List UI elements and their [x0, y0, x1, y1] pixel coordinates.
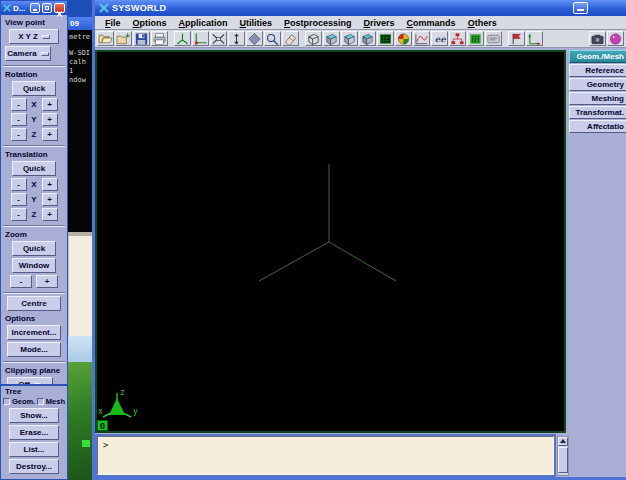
- solid-box-icon[interactable]: [359, 31, 376, 46]
- panel-button-affectation[interactable]: Affectatio: [569, 120, 626, 133]
- translate-y-plus-button[interactable]: +: [42, 193, 58, 206]
- curve-plot-icon[interactable]: [413, 31, 430, 46]
- rotate-z-plus-button[interactable]: +: [42, 128, 58, 141]
- save-icon[interactable]: [133, 31, 150, 46]
- rotate-y-minus-button[interactable]: -: [11, 113, 27, 126]
- svg-text:ee: ee: [435, 33, 446, 43]
- menu-postprocessing[interactable]: Postprocessing: [278, 18, 358, 28]
- command-scrollbar[interactable]: [557, 436, 569, 476]
- dialog-titlebar[interactable]: D...: [1, 1, 67, 15]
- fit-view-icon[interactable]: [210, 31, 227, 46]
- rotate-x-plus-button[interactable]: +: [42, 98, 58, 111]
- separator: [3, 145, 65, 147]
- background-window-edge: [68, 0, 92, 17]
- menu-commands[interactable]: Commands: [401, 18, 462, 28]
- scroll-thumb[interactable]: [558, 447, 568, 473]
- command-input[interactable]: >: [97, 436, 554, 475]
- dark-grid-box-icon[interactable]: [377, 31, 394, 46]
- rotate-z-minus-button[interactable]: -: [11, 128, 27, 141]
- solid-box-icon[interactable]: [323, 31, 340, 46]
- minimize-button[interactable]: [30, 3, 40, 13]
- geom-checkbox-label: Geom.: [12, 397, 35, 406]
- menu-others[interactable]: Others: [462, 18, 503, 28]
- mode-button[interactable]: Mode...: [7, 342, 61, 357]
- zoom-vertical-icon[interactable]: [228, 31, 245, 46]
- menu-options[interactable]: Options: [127, 18, 173, 28]
- translation-y-row: - Y +: [1, 193, 67, 206]
- hierarchy-tree-icon[interactable]: [449, 31, 466, 46]
- material-sphere-icon[interactable]: [395, 31, 412, 46]
- camera-button-label: Camera: [7, 49, 36, 58]
- mesh-grid-icon[interactable]: [467, 31, 484, 46]
- import-icon[interactable]: [115, 31, 132, 46]
- flag-icon[interactable]: [508, 31, 525, 46]
- axis-label: Y: [31, 195, 38, 204]
- rotation-label: Rotation: [5, 70, 67, 79]
- axes-icon[interactable]: [174, 31, 191, 46]
- tree-list-button[interactable]: List...: [9, 442, 59, 457]
- zoom-icon[interactable]: [264, 31, 281, 46]
- xyz-viewpoint-button[interactable]: X Y Z: [9, 29, 59, 44]
- centre-button[interactable]: Centre: [7, 296, 61, 311]
- erase-icon[interactable]: [282, 31, 299, 46]
- panel-button-reference[interactable]: Reference: [569, 64, 626, 77]
- print-icon[interactable]: [151, 31, 168, 46]
- panel-button-transformation[interactable]: Transformat.: [569, 106, 626, 119]
- titlebar[interactable]: SYSWORLD: [95, 0, 626, 16]
- console-line: W-SDI: [69, 49, 92, 58]
- dialog-title: D...: [13, 4, 28, 13]
- zoom-quick-button[interactable]: Quick: [12, 241, 56, 256]
- rotate-y-plus-button[interactable]: +: [42, 113, 58, 126]
- mesh-checkbox[interactable]: Mesh: [37, 397, 65, 406]
- window-title: SYSWORLD: [112, 3, 166, 13]
- close-button[interactable]: [54, 3, 65, 13]
- increment-button[interactable]: Increment...: [7, 325, 61, 340]
- camera-button[interactable]: Camera: [5, 46, 51, 61]
- maximize-button[interactable]: [42, 3, 52, 13]
- open-icon[interactable]: [97, 31, 114, 46]
- translate-z-plus-button[interactable]: +: [42, 208, 58, 221]
- translation-label: Translation: [5, 150, 67, 159]
- x11-logo-icon: [3, 4, 11, 12]
- menu-drivers[interactable]: Drivers: [358, 18, 401, 28]
- option-menu-indicator-icon: [41, 52, 49, 56]
- separator: [3, 65, 65, 67]
- translation-quick-button[interactable]: Quick: [12, 161, 56, 176]
- zoom-in-button[interactable]: +: [36, 275, 58, 288]
- menu-utilities[interactable]: Utilities: [234, 18, 279, 28]
- panel-button-geometry[interactable]: Geometry: [569, 78, 626, 91]
- zoom-window-button[interactable]: Window: [12, 258, 56, 273]
- info-panel-icon[interactable]: [485, 31, 502, 46]
- tree-erase-button[interactable]: Erase...: [9, 425, 59, 440]
- panel-button-meshing[interactable]: Meshing: [569, 92, 626, 105]
- axis-marker-icon[interactable]: [526, 31, 543, 46]
- corner-axes-icon[interactable]: [192, 31, 209, 46]
- minimize-button[interactable]: [573, 2, 588, 14]
- translation-z-row: - Z +: [1, 208, 67, 221]
- rotate-x-minus-button[interactable]: -: [11, 98, 27, 111]
- translate-x-plus-button[interactable]: +: [42, 178, 58, 191]
- translate-x-minus-button[interactable]: -: [11, 178, 27, 191]
- menu-application[interactable]: Application: [173, 18, 234, 28]
- display-text-icon[interactable]: ee: [431, 31, 448, 46]
- graphics-viewport[interactable]: x y z 0: [95, 50, 566, 433]
- tree-destroy-button[interactable]: Destroy...: [9, 459, 59, 474]
- menu-file[interactable]: File: [99, 18, 127, 28]
- translate-y-minus-button[interactable]: -: [11, 193, 27, 206]
- zoom-out-button[interactable]: -: [10, 275, 32, 288]
- translate-z-minus-button[interactable]: -: [11, 208, 27, 221]
- panel-button-geom-mesh[interactable]: Geom./Mesh: [569, 50, 626, 63]
- console-line: 1: [69, 67, 92, 76]
- clipping-plane-toggle[interactable]: Off: [7, 377, 53, 385]
- geom-checkbox[interactable]: Geom.: [3, 397, 35, 406]
- tree-show-button[interactable]: Show...: [9, 408, 59, 423]
- scroll-up-icon[interactable]: [558, 437, 568, 446]
- solid-box-icon[interactable]: [341, 31, 358, 46]
- console-line: ndow: [69, 76, 92, 85]
- palette-icon[interactable]: [607, 31, 624, 46]
- wireframe-box-icon[interactable]: [305, 31, 322, 46]
- snapshot-icon[interactable]: [589, 31, 606, 46]
- desktop-highlight: [82, 440, 90, 447]
- rotation-quick-button[interactable]: Quick: [12, 81, 56, 96]
- pan-icon[interactable]: [246, 31, 263, 46]
